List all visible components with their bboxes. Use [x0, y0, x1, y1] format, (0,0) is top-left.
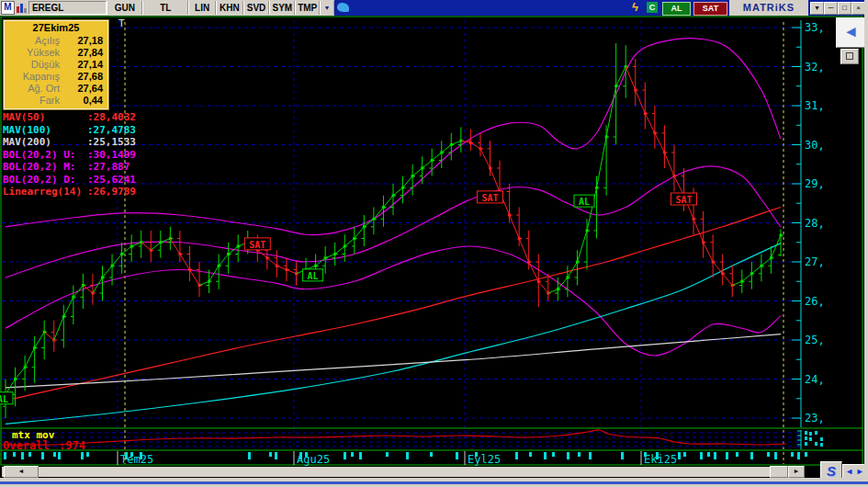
volume-tick: [81, 452, 84, 459]
volume-tick: [567, 452, 569, 459]
y-axis-label: 32,: [805, 61, 825, 74]
y-axis-label: 23,: [805, 412, 825, 425]
t-marker: T: [118, 17, 125, 29]
close-value: 27,68: [60, 71, 103, 83]
volume-tick: [621, 452, 624, 459]
window-frame-accent: [0, 481, 868, 484]
volume-tick: [406, 452, 409, 459]
signal-label: SAT: [249, 240, 265, 250]
y-axis-label: 25,: [805, 334, 825, 346]
signal-label: AL: [0, 394, 8, 404]
volume-tick: [344, 452, 346, 459]
volume-tick: [456, 452, 458, 459]
back-arrow-button[interactable]: ◄: [836, 17, 866, 48]
legend-bol-m: BOL(20,2) M::27,887: [3, 161, 136, 174]
compressed-axis-glyph: [820, 437, 823, 441]
change-value: 0,44: [60, 95, 103, 107]
volume-tick: [707, 452, 710, 457]
overall-label: Overall: [3, 439, 50, 452]
compressed-axis-glyph: [809, 437, 812, 441]
volume-tick: [700, 452, 703, 459]
signal-label: SAT: [481, 193, 498, 203]
signal-label: AL: [308, 271, 319, 281]
volume-tick: [53, 452, 56, 457]
y-axis-label: 26,: [805, 295, 825, 308]
volume-tick: [726, 452, 728, 459]
low-label: Düşük: [5, 59, 60, 71]
high-value: 27,84: [60, 47, 103, 59]
price-chart-svg: Tem25Ağu25Eyl25Eki25TALSATALSATALSAT33,3…: [0, 0, 868, 487]
legend-linearreg: Linearreg(14):26,9789: [3, 186, 136, 198]
matriks-chart-window: Tem25Ağu25Eyl25Eki25TALSATALSATALSAT33,3…: [0, 0, 868, 487]
volume-tick: [475, 452, 478, 457]
low-value: 27,14: [60, 59, 103, 71]
legend-bol-u: BOL(20,2) U::30,1499: [3, 149, 136, 162]
volume-tick: [589, 452, 592, 459]
volume-tick: [656, 452, 659, 459]
volume-tick: [359, 452, 362, 459]
volume-tick: [430, 452, 433, 457]
indicator-legend: MAV(50):28,4032 MAV(100):27,4783 MAV(200…: [3, 111, 136, 198]
square-icon: [846, 52, 853, 60]
window-frame-bottom: [0, 478, 868, 487]
legend-mav100: MAV(100):27,4783: [3, 124, 136, 137]
h-scrollbar-track[interactable]: [2, 467, 804, 477]
volume-tick: [41, 452, 44, 459]
close-label: Kapanış: [5, 71, 60, 83]
change-label: Fark: [5, 95, 60, 107]
volume-tick: [58, 452, 61, 459]
high-label: Yüksek: [5, 47, 60, 59]
volume-tick: [736, 452, 738, 457]
trend-dot: [780, 234, 783, 237]
scroll-right-button[interactable]: ►: [788, 466, 805, 478]
wavg-value: 27,64: [60, 83, 103, 95]
signal-label: AL: [579, 197, 590, 207]
volume-tick: [248, 452, 251, 459]
restore-small-button[interactable]: [840, 49, 859, 64]
month-label: Eyl25: [468, 453, 501, 466]
volume-tick: [351, 452, 354, 457]
y-axis-label: 31,: [805, 99, 825, 112]
open-value: 27,18: [60, 35, 103, 47]
volume-tick: [86, 452, 89, 457]
volume-tick: [21, 452, 24, 459]
legend-mav50: MAV(50):28,4032: [3, 111, 136, 124]
open-label: Açılış: [5, 35, 60, 47]
quote-info-panel: 27Ekim25 Açılış27,18 Yüksek27,84 Düşük27…: [4, 20, 108, 109]
volume-tick: [13, 452, 16, 457]
volume-tick: [767, 452, 770, 457]
volume-tick: [678, 452, 681, 459]
month-label: Eki25: [644, 453, 677, 466]
y-axis-label: 24,: [805, 373, 825, 386]
h-scrollbar-thumb[interactable]: [770, 466, 788, 478]
volume-tick: [644, 452, 647, 457]
volume-tick: [791, 452, 794, 457]
y-axis-label: 33,: [805, 21, 825, 34]
legend-mav200: MAV(200):25,1533: [3, 136, 136, 149]
overall-value: :974: [59, 439, 85, 452]
volume-tick: [683, 452, 686, 457]
wavg-label: Ağ. Ort: [5, 83, 60, 95]
bottom-scroll-row: ◄ ► S ◄ ►: [0, 466, 868, 478]
volume-tick: [386, 452, 389, 457]
volume-tick: [529, 452, 532, 457]
compressed-axis-glyph: [805, 436, 807, 440]
quote-date: 27Ekim25: [5, 22, 107, 35]
volume-tick: [714, 452, 716, 459]
volume-tick: [544, 452, 547, 459]
volume-tick: [4, 452, 6, 459]
scroll-left-button[interactable]: ◄: [4, 466, 39, 478]
volume-tick: [552, 452, 555, 457]
volume-tick: [269, 452, 272, 457]
compressed-axis-glyph: [809, 432, 812, 436]
volume-tick: [515, 452, 518, 459]
volume-tick: [299, 452, 302, 459]
compressed-axis-glyph: [820, 443, 823, 447]
y-axis-label: 27,: [805, 255, 825, 268]
volume-tick: [797, 452, 800, 459]
volume-tick: [578, 452, 581, 457]
volume-tick: [140, 452, 142, 459]
compressed-axis-glyph: [805, 442, 807, 446]
compressed-axis-glyph: [815, 442, 817, 446]
legend-bol-d: BOL(20,2) D::25,6241: [3, 174, 136, 187]
